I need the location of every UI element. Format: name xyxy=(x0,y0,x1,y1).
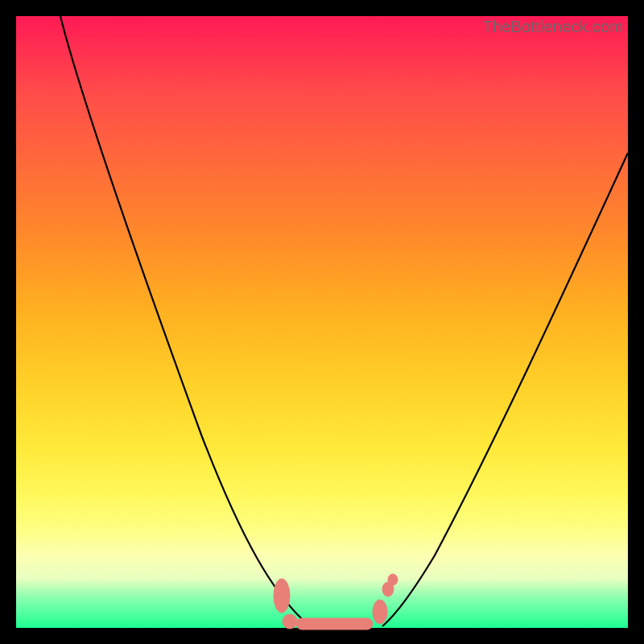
floor-blob xyxy=(283,614,297,629)
floor-blob xyxy=(296,618,373,630)
right-curve xyxy=(382,153,628,626)
chart-frame: TheBottleneck.com xyxy=(16,16,628,628)
floor-blob xyxy=(373,600,387,624)
floor-blob xyxy=(388,574,398,585)
floor-blob xyxy=(274,579,290,613)
left-curve xyxy=(60,16,310,626)
chart-svg xyxy=(16,16,628,628)
